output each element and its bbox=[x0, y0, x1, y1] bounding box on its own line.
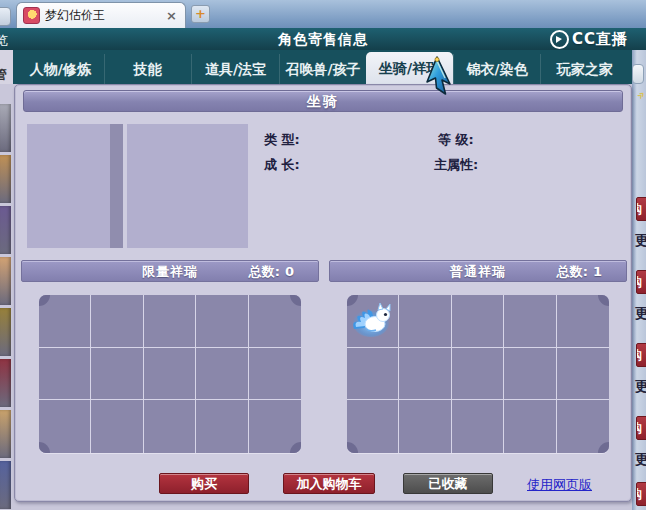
tab-5[interactable]: 锦衣/染色 bbox=[453, 54, 541, 84]
clipped-more-link[interactable]: 更 bbox=[635, 376, 646, 396]
item-slot[interactable] bbox=[144, 348, 196, 401]
tab-scroll-stub[interactable] bbox=[0, 7, 11, 26]
right-more-column: 购更购更购更购更购更 bbox=[634, 28, 646, 510]
item-slot[interactable] bbox=[91, 348, 143, 401]
field-level-label: 等 级: bbox=[438, 131, 474, 149]
clipped-buy-button[interactable]: 购 bbox=[636, 270, 646, 294]
cc-logo-icon bbox=[550, 30, 569, 49]
add-to-cart-button[interactable]: 加入购物车 bbox=[283, 473, 375, 494]
item-slot[interactable] bbox=[452, 400, 504, 453]
item-slot[interactable] bbox=[399, 295, 451, 348]
clipped-avatar[interactable] bbox=[0, 155, 11, 203]
site-favicon-icon bbox=[23, 7, 40, 24]
game-window: 览 角色寄售信息 CC直播 管 人物/修炼技能道具/法宝召唤兽/孩子坐骑/祥瑞锦… bbox=[0, 28, 646, 510]
favorited-button[interactable]: 已收藏 bbox=[403, 473, 493, 494]
item-slot[interactable] bbox=[557, 348, 609, 401]
item-slot[interactable] bbox=[144, 295, 196, 348]
browser-tab-bar: 梦幻估价王 × + bbox=[0, 0, 646, 29]
browser-tab-title: 梦幻估价王 bbox=[45, 7, 164, 24]
normal-grid bbox=[347, 295, 609, 453]
clipped-avatar[interactable] bbox=[0, 410, 11, 458]
clipped-avatar[interactable] bbox=[0, 257, 11, 305]
buy-button[interactable]: 购买 bbox=[159, 473, 249, 494]
mount-image-placeholder-1 bbox=[27, 124, 110, 248]
item-slot[interactable] bbox=[347, 295, 399, 348]
field-growth-label: 成 长: bbox=[264, 156, 300, 174]
section-limited: 限量祥瑞 总数:0 bbox=[21, 260, 319, 453]
field-type-label: 类 型: bbox=[264, 131, 300, 149]
tab-2[interactable]: 道具/法宝 bbox=[191, 54, 279, 84]
clipped-buy-button[interactable]: 购 bbox=[636, 197, 646, 221]
item-slot[interactable] bbox=[504, 348, 556, 401]
clipped-avatar[interactable] bbox=[0, 359, 11, 407]
section-normal-header: 普通祥瑞 总数:1 bbox=[329, 260, 627, 282]
page-header: 览 角色寄售信息 CC直播 bbox=[0, 28, 646, 50]
clipped-more-link[interactable]: 更 bbox=[635, 230, 646, 250]
item-slot[interactable] bbox=[39, 348, 91, 401]
tab-close-icon[interactable]: × bbox=[164, 8, 179, 23]
section-limited-count: 总数:0 bbox=[249, 261, 294, 283]
clipped-left-text-2: 管 bbox=[0, 66, 7, 84]
mount-image-placeholder-2 bbox=[127, 124, 248, 248]
section-limited-header: 限量祥瑞 总数:0 bbox=[21, 260, 319, 282]
section-normal: 普通祥瑞 总数:1 bbox=[329, 260, 627, 453]
tab-0[interactable]: 人物/修炼 bbox=[17, 54, 104, 84]
web-version-link[interactable]: 使用网页版 bbox=[527, 476, 592, 494]
item-slot[interactable] bbox=[452, 295, 504, 348]
clipped-more-link[interactable]: 更 bbox=[635, 303, 646, 323]
tab-3[interactable]: 召唤兽/孩子 bbox=[279, 54, 367, 84]
item-slot[interactable] bbox=[504, 400, 556, 453]
clipped-avatar[interactable] bbox=[0, 461, 11, 509]
browser-tab[interactable]: 梦幻估价王 × bbox=[16, 2, 186, 28]
mount-panel: 坐骑 类 型: 等 级: 成 长: 主属性: 限量祥瑞 总数:0 普通祥瑞 bbox=[14, 84, 632, 502]
tab-1[interactable]: 技能 bbox=[104, 54, 192, 84]
item-slot[interactable] bbox=[91, 400, 143, 453]
item-slot[interactable] bbox=[196, 348, 248, 401]
game-cursor-icon bbox=[424, 56, 456, 96]
item-slot[interactable] bbox=[452, 348, 504, 401]
cc-live-logo[interactable]: CC直播 bbox=[550, 30, 628, 49]
clipped-more-link[interactable]: 更 bbox=[635, 449, 646, 469]
item-slot[interactable] bbox=[399, 348, 451, 401]
auspicious-pet-icon[interactable] bbox=[350, 298, 395, 343]
item-slot[interactable] bbox=[196, 295, 248, 348]
item-slot[interactable] bbox=[91, 295, 143, 348]
field-mainattr-label: 主属性: bbox=[434, 156, 478, 174]
page-curl-decoration bbox=[606, 476, 629, 499]
clipped-buy-button[interactable]: 购 bbox=[636, 343, 646, 367]
new-tab-button[interactable]: + bbox=[191, 5, 210, 23]
limited-grid bbox=[39, 295, 301, 453]
tab-6[interactable]: 玩家之家 bbox=[540, 54, 628, 84]
item-slot[interactable] bbox=[504, 295, 556, 348]
clipped-buy-button[interactable]: 购 bbox=[636, 416, 646, 440]
item-slot[interactable] bbox=[39, 295, 91, 348]
item-slot[interactable] bbox=[399, 400, 451, 453]
section-normal-count: 总数:1 bbox=[557, 261, 602, 283]
placeholder-divider bbox=[110, 124, 123, 248]
panel-title: 坐骑 bbox=[23, 90, 623, 112]
clipped-avatar[interactable] bbox=[0, 206, 11, 254]
item-slot[interactable] bbox=[196, 400, 248, 453]
clipped-avatar[interactable] bbox=[0, 104, 11, 152]
game-tabs: 人物/修炼技能道具/法宝召唤兽/孩子坐骑/祥瑞锦衣/染色玩家之家 bbox=[13, 50, 632, 84]
item-slot[interactable] bbox=[249, 348, 301, 401]
tabrow-left-edge: 管 bbox=[0, 50, 13, 84]
screenshot-root: 梦幻估价王 × + 览 角色寄售信息 CC直播 管 人物/修炼技能道具/法宝召唤… bbox=[0, 0, 646, 510]
left-avatar-strip bbox=[0, 84, 11, 510]
clipped-buy-button[interactable]: 购 bbox=[636, 482, 646, 506]
item-slot[interactable] bbox=[347, 348, 399, 401]
clipped-avatar[interactable] bbox=[0, 308, 11, 356]
item-slot[interactable] bbox=[144, 400, 196, 453]
